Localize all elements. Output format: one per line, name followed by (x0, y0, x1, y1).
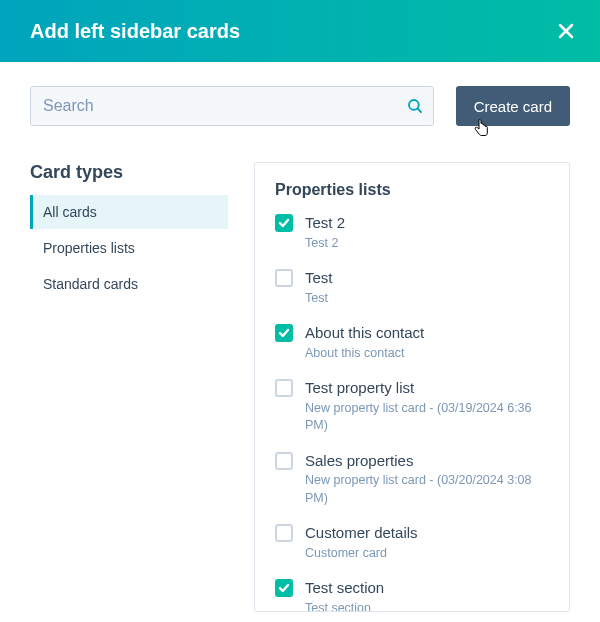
search-input[interactable] (30, 86, 434, 126)
create-card-label: Create card (474, 98, 552, 115)
body-layout: Card types All cardsProperties listsStan… (30, 162, 570, 612)
card-labels: Test sectionTest section (305, 578, 549, 612)
card-labels: Test 2Test 2 (305, 213, 549, 252)
checkbox[interactable] (275, 452, 293, 470)
checkbox[interactable] (275, 524, 293, 542)
sidebar-item-label: Properties lists (43, 240, 135, 256)
card-title: Test property list (305, 378, 549, 398)
sidebar-item-label: Standard cards (43, 276, 138, 292)
section-heading: Properties lists (275, 181, 549, 199)
card-title: Test section (305, 578, 549, 598)
checkbox[interactable] (275, 579, 293, 597)
card-item: Test 2Test 2 (275, 213, 549, 252)
dialog-title: Add left sidebar cards (30, 20, 240, 43)
card-title: Test 2 (305, 213, 549, 233)
checkbox[interactable] (275, 269, 293, 287)
card-subtitle: Test section (305, 600, 549, 613)
sidebar-heading: Card types (30, 162, 228, 183)
card-labels: Customer detailsCustomer card (305, 523, 549, 562)
card-item: Test sectionTest section (275, 578, 549, 612)
top-row: Create card (30, 86, 570, 126)
card-subtitle: Test (305, 290, 549, 308)
svg-line-3 (417, 108, 421, 112)
search-icon[interactable] (406, 97, 424, 115)
card-subtitle: New property list card - (03/19/2024 6:3… (305, 400, 549, 435)
sidebar-item[interactable]: Properties lists (30, 231, 228, 265)
card-title: About this contact (305, 323, 549, 343)
cursor-pointer-icon (474, 119, 490, 140)
create-card-button[interactable]: Create card (456, 86, 570, 126)
card-labels: Test property listNew property list card… (305, 378, 549, 435)
card-title: Test (305, 268, 549, 288)
card-labels: About this contactAbout this contact (305, 323, 549, 362)
sidebar-item-label: All cards (43, 204, 97, 220)
card-subtitle: About this contact (305, 345, 549, 363)
card-labels: Sales propertiesNew property list card -… (305, 451, 549, 508)
dialog-content: Create card Card types All cardsProperti… (0, 62, 600, 612)
card-item: Sales propertiesNew property list card -… (275, 451, 549, 508)
card-labels: TestTest (305, 268, 549, 307)
main-panel: Properties lists Test 2Test 2TestTestAbo… (254, 162, 570, 612)
close-icon[interactable] (556, 21, 576, 41)
sidebar: Card types All cardsProperties listsStan… (30, 162, 228, 612)
card-item: TestTest (275, 268, 549, 307)
checkbox[interactable] (275, 324, 293, 342)
card-subtitle: Customer card (305, 545, 549, 563)
search-wrap (30, 86, 434, 126)
dialog-header: Add left sidebar cards (0, 0, 600, 62)
sidebar-item[interactable]: All cards (30, 195, 228, 229)
card-item: About this contactAbout this contact (275, 323, 549, 362)
card-item: Test property listNew property list card… (275, 378, 549, 435)
card-title: Customer details (305, 523, 549, 543)
card-title: Sales properties (305, 451, 549, 471)
sidebar-item[interactable]: Standard cards (30, 267, 228, 301)
card-subtitle: Test 2 (305, 235, 549, 253)
checkbox[interactable] (275, 214, 293, 232)
card-subtitle: New property list card - (03/20/2024 3:0… (305, 472, 549, 507)
card-item: Customer detailsCustomer card (275, 523, 549, 562)
checkbox[interactable] (275, 379, 293, 397)
